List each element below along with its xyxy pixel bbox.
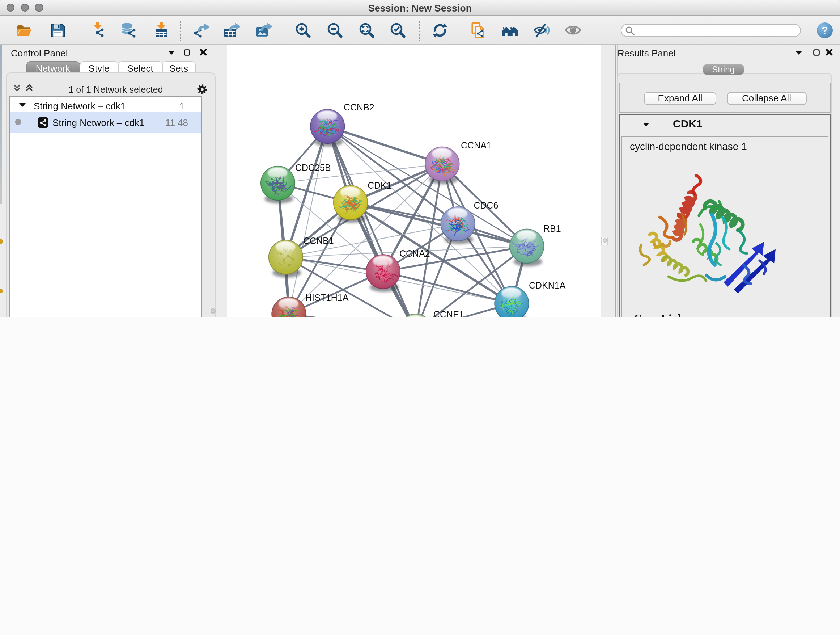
svg-text:RB1: RB1 — [543, 223, 561, 233]
svg-text:CCNA2: CCNA2 — [399, 248, 430, 258]
svg-text:CCNB2: CCNB2 — [344, 102, 374, 112]
svg-text:CDC6: CDC6 — [474, 200, 498, 210]
svg-text:CCNE1: CCNE1 — [433, 309, 464, 318]
svg-text:CCNA1: CCNA1 — [461, 140, 492, 150]
svg-text:?: ? — [821, 24, 828, 36]
svg-text:CDKN1A: CDKN1A — [529, 280, 566, 290]
svg-text:CCNB1: CCNB1 — [303, 235, 334, 245]
svg-text:CDC25B: CDC25B — [295, 162, 331, 172]
svg-text:CDK1: CDK1 — [368, 180, 392, 190]
svg-text:HIST1H1A: HIST1H1A — [305, 292, 349, 302]
